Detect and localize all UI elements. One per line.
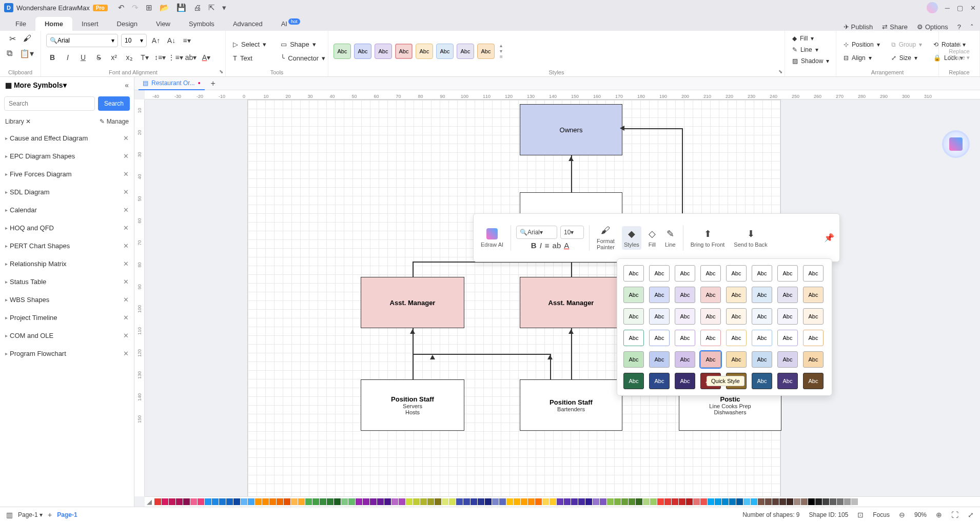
color-swatch[interactable] xyxy=(657,498,664,505)
lib-item[interactable]: ▸Status Table✕ xyxy=(0,273,134,291)
format-painter-icon[interactable]: 🖌 xyxy=(23,34,31,44)
bold-icon[interactable]: B xyxy=(46,51,58,64)
color-swatch[interactable] xyxy=(370,498,377,505)
menu-symbols[interactable]: Symbols xyxy=(180,17,224,31)
color-swatch[interactable] xyxy=(356,498,362,505)
export-icon[interactable]: ⇱ xyxy=(208,3,215,12)
color-swatch[interactable] xyxy=(751,498,757,505)
color-swatch[interactable] xyxy=(664,498,671,505)
color-swatch[interactable] xyxy=(449,498,456,505)
color-swatch[interactable] xyxy=(298,498,305,505)
options-button[interactable]: ⚙ Options xyxy=(917,23,948,31)
quickstyle-cell[interactable]: Abc xyxy=(675,373,695,389)
quickstyle-cell[interactable]: Abc xyxy=(752,265,772,282)
color-swatch[interactable] xyxy=(787,498,793,505)
quickstyle-cell[interactable]: Abc xyxy=(777,330,798,346)
color-swatch[interactable] xyxy=(571,498,578,505)
menu-home[interactable]: Home xyxy=(35,17,72,31)
close-icon[interactable]: ✕ xyxy=(123,314,129,322)
quickstyle-cell[interactable]: Abc xyxy=(777,308,798,325)
menu-file[interactable]: File xyxy=(6,17,35,31)
quickstyle-cell[interactable]: Abc xyxy=(803,373,824,389)
quickstyle-cell[interactable]: Abc xyxy=(752,351,772,368)
close-icon[interactable]: ✕ xyxy=(123,332,129,339)
help-icon[interactable]: ? xyxy=(957,23,961,31)
org-box-ps1[interactable]: Position StaffServersHosts xyxy=(361,379,464,431)
quickstyle-cell[interactable]: Abc xyxy=(777,351,798,368)
quickstyle-cell[interactable]: Abc xyxy=(752,287,772,303)
color-swatch[interactable] xyxy=(406,498,413,505)
close-icon[interactable]: ✕ xyxy=(123,134,129,142)
color-swatch[interactable] xyxy=(722,498,729,505)
close-icon[interactable]: ✕ xyxy=(123,224,129,232)
lib-item[interactable]: ▸PERT Chart Shapes✕ xyxy=(0,237,134,255)
color-swatch[interactable] xyxy=(765,498,772,505)
color-swatch[interactable] xyxy=(176,498,183,505)
focus-icon[interactable]: ⊡ xyxy=(857,511,864,519)
close-icon[interactable]: ✕ xyxy=(123,152,129,160)
quickstyle-cell[interactable]: Abc xyxy=(752,373,772,389)
color-swatch[interactable] xyxy=(542,498,549,505)
add-page-icon[interactable]: + xyxy=(48,511,52,519)
publish-button[interactable]: ✈ Publish xyxy=(844,23,873,31)
color-swatch[interactable] xyxy=(629,498,635,505)
canvas-area[interactable]: ▤ Restaurant Or... • + -40-30-20-1001020… xyxy=(134,77,980,507)
menu-view[interactable]: View xyxy=(147,17,180,31)
style-swatch[interactable]: Abc xyxy=(477,44,495,59)
quickstyle-cell[interactable]: Abc xyxy=(700,330,721,346)
color-swatch[interactable] xyxy=(585,498,592,505)
lib-item[interactable]: ▸HOQ and QFD✕ xyxy=(0,219,134,237)
font-color-icon[interactable]: A▾ xyxy=(200,51,212,64)
quickstyle-cell[interactable]: Abc xyxy=(623,287,644,303)
color-swatch[interactable] xyxy=(190,498,197,505)
quickstyle-cell[interactable]: Abc xyxy=(623,265,644,282)
connector-tool[interactable]: ╰ Connector ▾ xyxy=(279,53,327,63)
quickstyle-popup[interactable]: AbcAbcAbcAbcAbcAbcAbcAbcAbcAbcAbcAbcAbcA… xyxy=(617,258,832,396)
color-swatch[interactable] xyxy=(384,498,391,505)
color-swatch[interactable] xyxy=(327,498,334,505)
ft-italic-icon[interactable]: I xyxy=(540,241,542,250)
canvas-viewport[interactable]: Owners General Man Asst. Manager Asst. M… xyxy=(145,99,980,496)
color-swatch[interactable] xyxy=(420,498,427,505)
color-swatch[interactable] xyxy=(305,498,312,505)
qat-more-icon[interactable]: ▾ xyxy=(222,3,226,12)
quickstyle-cell[interactable]: Abc xyxy=(726,308,747,325)
color-swatch[interactable] xyxy=(435,498,441,505)
org-box-am1[interactable]: Asst. Manager xyxy=(361,277,464,328)
collapse-ribbon-icon[interactable]: ˄ xyxy=(970,23,974,31)
lib-item[interactable]: ▸Relationship Matrix✕ xyxy=(0,255,134,273)
color-swatch[interactable] xyxy=(794,498,800,505)
color-swatch[interactable] xyxy=(284,498,290,505)
close-icon[interactable]: ✕ xyxy=(123,278,129,286)
color-swatch[interactable] xyxy=(162,498,168,505)
quickstyle-cell[interactable]: Abc xyxy=(726,287,747,303)
quickstyle-cell[interactable]: Abc xyxy=(649,287,670,303)
color-swatch[interactable] xyxy=(212,498,219,505)
color-swatch[interactable] xyxy=(377,498,384,505)
color-swatch[interactable] xyxy=(312,498,319,505)
color-swatch[interactable] xyxy=(614,498,621,505)
color-swatch[interactable] xyxy=(205,498,211,505)
text-case-icon[interactable]: T▾ xyxy=(139,51,151,64)
close-icon[interactable]: ✕ xyxy=(123,260,129,268)
color-swatch[interactable] xyxy=(183,498,190,505)
color-swatch[interactable] xyxy=(578,498,585,505)
quickstyle-cell[interactable]: Abc xyxy=(623,308,644,325)
align-menu-icon[interactable]: ≡▾ xyxy=(181,34,193,47)
close-icon[interactable]: ✕ xyxy=(123,206,129,214)
quickstyle-cell[interactable]: Abc xyxy=(803,287,824,303)
lib-item[interactable]: ▸Calendar✕ xyxy=(0,201,134,219)
ft-bring-front[interactable]: ⬆Bring to Front xyxy=(689,226,727,250)
quickstyle-cell[interactable]: Abc xyxy=(803,308,824,325)
lib-item[interactable]: ▸Cause and Effect Diagram✕ xyxy=(0,129,134,147)
open-icon[interactable]: 📂 xyxy=(160,3,169,12)
ai-assistant-bubble[interactable] xyxy=(942,130,970,158)
color-swatch[interactable] xyxy=(557,498,563,505)
color-swatch[interactable] xyxy=(758,498,765,505)
color-swatch[interactable] xyxy=(262,498,269,505)
position-menu[interactable]: ⊹ Position▾ xyxy=(841,40,882,49)
color-swatch[interactable] xyxy=(320,498,326,505)
highlight-icon[interactable]: ab▾ xyxy=(185,51,197,64)
quickstyle-cell[interactable]: Abc xyxy=(675,351,695,368)
quickstyle-cell[interactable]: Abc xyxy=(649,351,670,368)
